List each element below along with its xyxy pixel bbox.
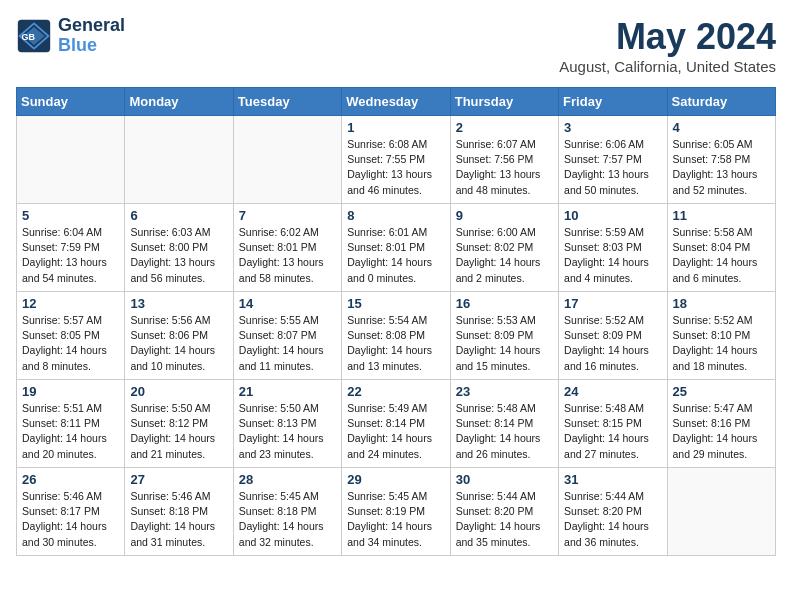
day-number: 3 bbox=[564, 120, 661, 135]
day-info: Sunrise: 5:47 AM Sunset: 8:16 PM Dayligh… bbox=[673, 401, 770, 462]
day-info: Sunrise: 5:52 AM Sunset: 8:10 PM Dayligh… bbox=[673, 313, 770, 374]
week-row-2: 5Sunrise: 6:04 AM Sunset: 7:59 PM Daylig… bbox=[17, 204, 776, 292]
day-info: Sunrise: 5:53 AM Sunset: 8:09 PM Dayligh… bbox=[456, 313, 553, 374]
day-info: Sunrise: 5:51 AM Sunset: 8:11 PM Dayligh… bbox=[22, 401, 119, 462]
calendar-cell bbox=[17, 116, 125, 204]
calendar-cell: 31Sunrise: 5:44 AM Sunset: 8:20 PM Dayli… bbox=[559, 468, 667, 556]
day-info: Sunrise: 5:55 AM Sunset: 8:07 PM Dayligh… bbox=[239, 313, 336, 374]
logo-line1: General bbox=[58, 16, 125, 36]
day-info: Sunrise: 6:03 AM Sunset: 8:00 PM Dayligh… bbox=[130, 225, 227, 286]
calendar-cell: 5Sunrise: 6:04 AM Sunset: 7:59 PM Daylig… bbox=[17, 204, 125, 292]
calendar-cell: 21Sunrise: 5:50 AM Sunset: 8:13 PM Dayli… bbox=[233, 380, 341, 468]
day-info: Sunrise: 5:45 AM Sunset: 8:19 PM Dayligh… bbox=[347, 489, 444, 550]
day-number: 8 bbox=[347, 208, 444, 223]
day-info: Sunrise: 6:08 AM Sunset: 7:55 PM Dayligh… bbox=[347, 137, 444, 198]
day-number: 4 bbox=[673, 120, 770, 135]
calendar-cell: 11Sunrise: 5:58 AM Sunset: 8:04 PM Dayli… bbox=[667, 204, 775, 292]
day-number: 9 bbox=[456, 208, 553, 223]
week-row-4: 19Sunrise: 5:51 AM Sunset: 8:11 PM Dayli… bbox=[17, 380, 776, 468]
day-number: 14 bbox=[239, 296, 336, 311]
day-number: 12 bbox=[22, 296, 119, 311]
day-info: Sunrise: 5:46 AM Sunset: 8:17 PM Dayligh… bbox=[22, 489, 119, 550]
day-info: Sunrise: 5:44 AM Sunset: 8:20 PM Dayligh… bbox=[456, 489, 553, 550]
calendar-cell: 8Sunrise: 6:01 AM Sunset: 8:01 PM Daylig… bbox=[342, 204, 450, 292]
day-info: Sunrise: 6:05 AM Sunset: 7:58 PM Dayligh… bbox=[673, 137, 770, 198]
day-number: 24 bbox=[564, 384, 661, 399]
day-number: 16 bbox=[456, 296, 553, 311]
calendar-cell: 3Sunrise: 6:06 AM Sunset: 7:57 PM Daylig… bbox=[559, 116, 667, 204]
calendar-header-row: SundayMondayTuesdayWednesdayThursdayFrid… bbox=[17, 88, 776, 116]
day-number: 22 bbox=[347, 384, 444, 399]
logo-text: General Blue bbox=[58, 16, 125, 56]
day-number: 5 bbox=[22, 208, 119, 223]
day-info: Sunrise: 6:07 AM Sunset: 7:56 PM Dayligh… bbox=[456, 137, 553, 198]
day-number: 13 bbox=[130, 296, 227, 311]
day-info: Sunrise: 5:49 AM Sunset: 8:14 PM Dayligh… bbox=[347, 401, 444, 462]
calendar-cell: 1Sunrise: 6:08 AM Sunset: 7:55 PM Daylig… bbox=[342, 116, 450, 204]
page-header: GB General Blue May 2024 August, Califor… bbox=[16, 16, 776, 75]
calendar-cell: 13Sunrise: 5:56 AM Sunset: 8:06 PM Dayli… bbox=[125, 292, 233, 380]
day-info: Sunrise: 5:45 AM Sunset: 8:18 PM Dayligh… bbox=[239, 489, 336, 550]
calendar-cell: 7Sunrise: 6:02 AM Sunset: 8:01 PM Daylig… bbox=[233, 204, 341, 292]
calendar-cell: 6Sunrise: 6:03 AM Sunset: 8:00 PM Daylig… bbox=[125, 204, 233, 292]
day-number: 21 bbox=[239, 384, 336, 399]
day-info: Sunrise: 5:57 AM Sunset: 8:05 PM Dayligh… bbox=[22, 313, 119, 374]
logo-icon: GB bbox=[16, 18, 52, 54]
day-info: Sunrise: 5:46 AM Sunset: 8:18 PM Dayligh… bbox=[130, 489, 227, 550]
calendar-cell: 2Sunrise: 6:07 AM Sunset: 7:56 PM Daylig… bbox=[450, 116, 558, 204]
day-number: 27 bbox=[130, 472, 227, 487]
day-info: Sunrise: 5:56 AM Sunset: 8:06 PM Dayligh… bbox=[130, 313, 227, 374]
day-info: Sunrise: 5:52 AM Sunset: 8:09 PM Dayligh… bbox=[564, 313, 661, 374]
calendar-cell: 4Sunrise: 6:05 AM Sunset: 7:58 PM Daylig… bbox=[667, 116, 775, 204]
day-info: Sunrise: 5:54 AM Sunset: 8:08 PM Dayligh… bbox=[347, 313, 444, 374]
day-number: 20 bbox=[130, 384, 227, 399]
day-number: 31 bbox=[564, 472, 661, 487]
day-info: Sunrise: 6:06 AM Sunset: 7:57 PM Dayligh… bbox=[564, 137, 661, 198]
col-header-tuesday: Tuesday bbox=[233, 88, 341, 116]
day-number: 29 bbox=[347, 472, 444, 487]
calendar-cell: 17Sunrise: 5:52 AM Sunset: 8:09 PM Dayli… bbox=[559, 292, 667, 380]
day-info: Sunrise: 5:48 AM Sunset: 8:14 PM Dayligh… bbox=[456, 401, 553, 462]
day-number: 11 bbox=[673, 208, 770, 223]
col-header-thursday: Thursday bbox=[450, 88, 558, 116]
day-info: Sunrise: 5:50 AM Sunset: 8:13 PM Dayligh… bbox=[239, 401, 336, 462]
week-row-3: 12Sunrise: 5:57 AM Sunset: 8:05 PM Dayli… bbox=[17, 292, 776, 380]
calendar-cell: 30Sunrise: 5:44 AM Sunset: 8:20 PM Dayli… bbox=[450, 468, 558, 556]
main-title: May 2024 bbox=[559, 16, 776, 58]
calendar-cell: 15Sunrise: 5:54 AM Sunset: 8:08 PM Dayli… bbox=[342, 292, 450, 380]
calendar-cell: 20Sunrise: 5:50 AM Sunset: 8:12 PM Dayli… bbox=[125, 380, 233, 468]
subtitle: August, California, United States bbox=[559, 58, 776, 75]
day-number: 25 bbox=[673, 384, 770, 399]
calendar-cell: 18Sunrise: 5:52 AM Sunset: 8:10 PM Dayli… bbox=[667, 292, 775, 380]
day-info: Sunrise: 5:48 AM Sunset: 8:15 PM Dayligh… bbox=[564, 401, 661, 462]
calendar-cell: 9Sunrise: 6:00 AM Sunset: 8:02 PM Daylig… bbox=[450, 204, 558, 292]
calendar-cell: 14Sunrise: 5:55 AM Sunset: 8:07 PM Dayli… bbox=[233, 292, 341, 380]
week-row-5: 26Sunrise: 5:46 AM Sunset: 8:17 PM Dayli… bbox=[17, 468, 776, 556]
day-info: Sunrise: 6:02 AM Sunset: 8:01 PM Dayligh… bbox=[239, 225, 336, 286]
col-header-monday: Monday bbox=[125, 88, 233, 116]
calendar-cell: 22Sunrise: 5:49 AM Sunset: 8:14 PM Dayli… bbox=[342, 380, 450, 468]
logo-line2: Blue bbox=[58, 36, 125, 56]
calendar-cell: 12Sunrise: 5:57 AM Sunset: 8:05 PM Dayli… bbox=[17, 292, 125, 380]
day-info: Sunrise: 5:50 AM Sunset: 8:12 PM Dayligh… bbox=[130, 401, 227, 462]
day-number: 30 bbox=[456, 472, 553, 487]
col-header-sunday: Sunday bbox=[17, 88, 125, 116]
day-info: Sunrise: 5:59 AM Sunset: 8:03 PM Dayligh… bbox=[564, 225, 661, 286]
calendar-cell bbox=[233, 116, 341, 204]
day-info: Sunrise: 5:44 AM Sunset: 8:20 PM Dayligh… bbox=[564, 489, 661, 550]
calendar-cell: 10Sunrise: 5:59 AM Sunset: 8:03 PM Dayli… bbox=[559, 204, 667, 292]
calendar-cell bbox=[667, 468, 775, 556]
day-number: 2 bbox=[456, 120, 553, 135]
title-area: May 2024 August, California, United Stat… bbox=[559, 16, 776, 75]
calendar-cell: 23Sunrise: 5:48 AM Sunset: 8:14 PM Dayli… bbox=[450, 380, 558, 468]
day-number: 6 bbox=[130, 208, 227, 223]
svg-text:GB: GB bbox=[21, 31, 35, 41]
day-info: Sunrise: 6:00 AM Sunset: 8:02 PM Dayligh… bbox=[456, 225, 553, 286]
logo: GB General Blue bbox=[16, 16, 125, 56]
calendar-table: SundayMondayTuesdayWednesdayThursdayFrid… bbox=[16, 87, 776, 556]
col-header-wednesday: Wednesday bbox=[342, 88, 450, 116]
calendar-cell: 16Sunrise: 5:53 AM Sunset: 8:09 PM Dayli… bbox=[450, 292, 558, 380]
day-number: 1 bbox=[347, 120, 444, 135]
day-info: Sunrise: 6:01 AM Sunset: 8:01 PM Dayligh… bbox=[347, 225, 444, 286]
day-number: 19 bbox=[22, 384, 119, 399]
